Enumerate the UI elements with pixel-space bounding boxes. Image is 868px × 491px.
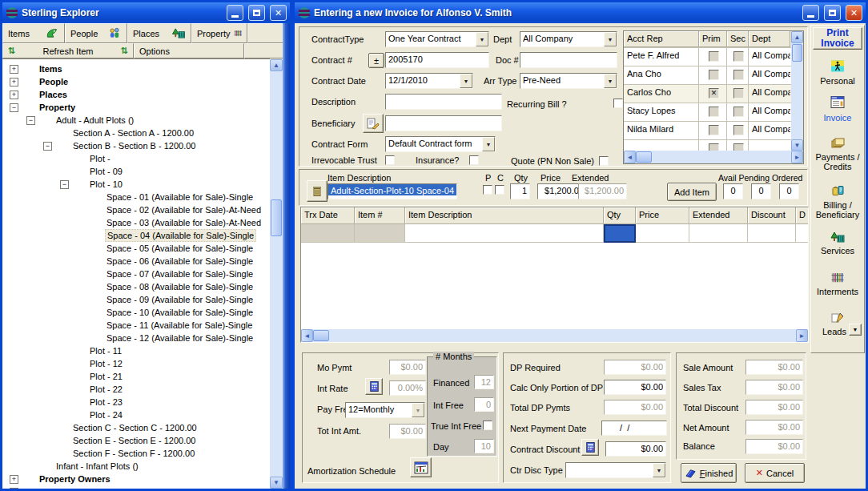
- tree-item[interactable]: Section C - Section C - 1200.00: [2, 421, 270, 434]
- finished-button[interactable]: Finished: [681, 463, 737, 483]
- expand-icon[interactable]: [10, 65, 18, 74]
- sidebar-item-personal[interactable]: Personal: [811, 76, 864, 86]
- invoice-icon[interactable]: [830, 95, 845, 112]
- contract-discount-calc-button[interactable]: [581, 439, 599, 456]
- chevron-down-icon[interactable]: [604, 32, 617, 46]
- grid-data-row[interactable]: [301, 224, 808, 243]
- ordered-field[interactable]: 0: [779, 183, 799, 199]
- beneficiary-field[interactable]: [385, 115, 502, 131]
- acct-rep-row[interactable]: Stacy Lopes All Company: [624, 103, 791, 122]
- grid-hscrollbar[interactable]: [301, 329, 808, 342]
- calc-only-field[interactable]: $0.00: [604, 380, 666, 395]
- delete-item-button[interactable]: [307, 180, 328, 202]
- sidebar-item-invoice-active[interactable]: Invoice: [811, 113, 864, 123]
- tree-item[interactable]: Section E - Section E - 1200.00: [2, 434, 270, 447]
- tree-item-selected[interactable]: Space - 04 (Available for Sale)-Single: [2, 229, 270, 242]
- collapse-icon[interactable]: [26, 116, 35, 125]
- c-checkbox[interactable]: [495, 185, 504, 195]
- minimize-button[interactable]: [227, 5, 243, 21]
- acct-rep-row[interactable]: Nilda Milard All Company: [624, 122, 791, 140]
- sec-checkbox[interactable]: [733, 70, 744, 80]
- discount-cell[interactable]: [748, 224, 796, 243]
- qty-cell-selected[interactable]: [604, 224, 636, 243]
- scroll-thumb[interactable]: [313, 330, 329, 341]
- true-int-free-checkbox[interactable]: [483, 421, 492, 430]
- chevron-down-icon[interactable]: [476, 32, 488, 46]
- contract-number-stepper[interactable]: ±: [368, 53, 384, 68]
- d-cell[interactable]: [796, 224, 808, 243]
- places-button[interactable]: Places: [127, 23, 191, 43]
- tree-item[interactable]: Space - 05 (Available for Sale)-Single: [2, 242, 270, 255]
- scroll-thumb[interactable]: [271, 199, 282, 236]
- dept-select[interactable]: All Company: [520, 31, 617, 47]
- description-field[interactable]: [385, 94, 502, 110]
- tree-item[interactable]: Infant - Infant Plots (): [2, 460, 270, 473]
- item-number-cell[interactable]: [355, 224, 405, 243]
- tree-item[interactable]: Plot - 12: [2, 357, 270, 370]
- cancel-button[interactable]: ✕ Cancel: [745, 463, 805, 483]
- scroll-right-icon[interactable]: [796, 329, 808, 342]
- leads-icon[interactable]: [830, 312, 845, 328]
- sec-checkbox[interactable]: [733, 125, 744, 135]
- sidebar-item-billing-beneficiary[interactable]: Billing / Beneficiary: [811, 200, 864, 219]
- tree-scrollbar[interactable]: [270, 59, 283, 489]
- insurance-checkbox[interactable]: [469, 155, 479, 165]
- chevron-down-icon[interactable]: [482, 137, 495, 151]
- tree-item[interactable]: Plot -: [2, 152, 270, 165]
- tree-item[interactable]: People: [2, 75, 270, 88]
- contract-type-select[interactable]: One Year Contract: [385, 31, 489, 47]
- leads-dropdown-button[interactable]: ▼: [849, 324, 862, 336]
- scroll-up-icon[interactable]: [270, 59, 283, 71]
- acct-rep-row[interactable]: Pete F. Alfred All Company: [624, 48, 791, 66]
- scroll-left-icon[interactable]: [624, 151, 636, 163]
- tree-item[interactable]: Space - 02 (Available for Sale)-At-Need: [2, 203, 270, 216]
- payments-icon[interactable]: [830, 137, 845, 153]
- tree-item[interactable]: Items: [2, 62, 270, 75]
- tree-item[interactable]: Space - 08 (Available for Sale)-Single: [2, 280, 270, 293]
- sec-checkbox[interactable]: [733, 51, 744, 62]
- items-button[interactable]: Items: [2, 23, 65, 43]
- tree-item[interactable]: Space - 07 (Available for Sale)-Single: [2, 268, 270, 280]
- tree-item[interactable]: Property: [2, 101, 270, 114]
- tree-item[interactable]: Property Owners: [2, 473, 270, 485]
- scroll-up-icon[interactable]: [791, 31, 803, 43]
- trx-date-cell[interactable]: [301, 224, 355, 243]
- acct-grid-vscrollbar[interactable]: [791, 31, 803, 151]
- close-button[interactable]: ✕: [846, 5, 862, 21]
- acct-rep-row-partial[interactable]: [624, 140, 791, 151]
- maximize-button[interactable]: [248, 5, 265, 21]
- price-cell[interactable]: [636, 224, 689, 243]
- contract-form-select[interactable]: Default Contract form: [385, 136, 496, 152]
- tree-item[interactable]: Space - 01 (Available for Sale)-Single: [2, 191, 270, 203]
- expand-icon[interactable]: [10, 475, 18, 484]
- tree-item[interactable]: Plot - 24: [2, 408, 270, 421]
- chevron-down-icon[interactable]: [604, 74, 617, 88]
- acct-rep-row[interactable]: Ana Cho All Company: [624, 66, 791, 85]
- qty-field[interactable]: 1: [510, 183, 530, 199]
- maximize-button[interactable]: [824, 5, 841, 21]
- prim-checkbox[interactable]: [709, 107, 719, 117]
- expand-icon[interactable]: [10, 78, 18, 87]
- pending-field[interactable]: 0: [751, 183, 771, 199]
- chevron-down-icon[interactable]: [653, 463, 665, 477]
- irrevocable-trust-checkbox[interactable]: [385, 155, 395, 165]
- extended-cell[interactable]: [689, 224, 748, 243]
- expand-icon[interactable]: [10, 488, 18, 489]
- item-description-field[interactable]: Adult-Section-Plot-10 Space-04: [328, 183, 457, 199]
- add-item-button[interactable]: Add Item: [667, 183, 717, 201]
- tree-item[interactable]: Plot - 10: [2, 178, 270, 191]
- doc-number-field[interactable]: [520, 52, 617, 68]
- pay-freq-select[interactable]: 12=Monthly: [345, 402, 425, 418]
- options-button[interactable]: Options: [134, 43, 244, 58]
- tree-item[interactable]: Places: [2, 88, 270, 101]
- int-rate-calc-button[interactable]: [365, 378, 383, 395]
- close-button[interactable]: ✕: [270, 5, 287, 21]
- scroll-left-icon[interactable]: [301, 329, 313, 342]
- tree-item[interactable]: Plot - 22: [2, 383, 270, 396]
- minimize-button[interactable]: [802, 5, 819, 21]
- tree-item[interactable]: Section B - Section B - 1200.00: [2, 139, 270, 152]
- prim-checkbox-checked[interactable]: ✕: [709, 88, 719, 99]
- billing-icon[interactable]: [830, 183, 845, 200]
- chevron-down-icon[interactable]: [412, 403, 424, 417]
- print-invoice-button[interactable]: Print Invoice: [813, 27, 862, 50]
